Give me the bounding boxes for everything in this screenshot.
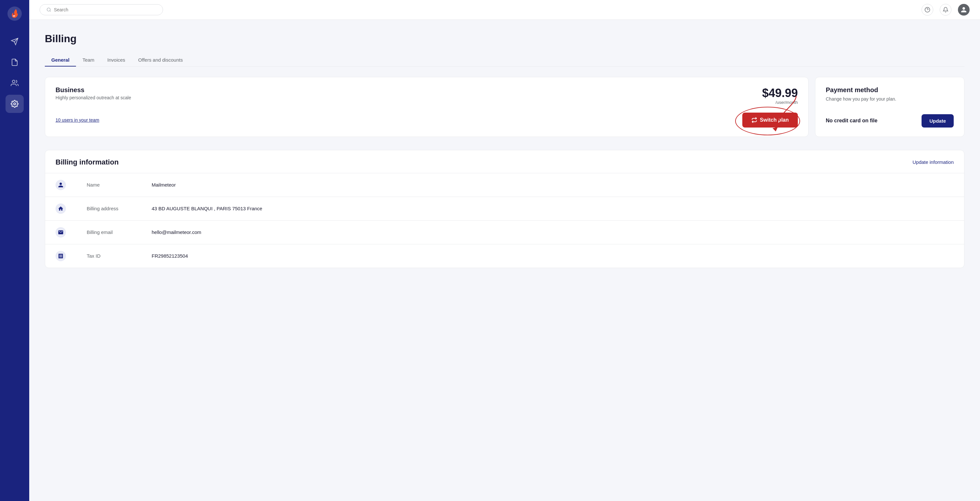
notifications-icon[interactable] — [940, 4, 951, 16]
tab-invoices[interactable]: Invoices — [101, 54, 132, 67]
plan-price: $49.99 /user/month — [762, 86, 798, 105]
billing-info-section: Billing information Update information — [45, 150, 964, 268]
plan-price-amount: $49.99 — [762, 86, 798, 100]
search-input[interactable] — [54, 7, 156, 12]
row-label-name: Name — [76, 173, 141, 197]
table-row: Name Mailmeteor — [45, 173, 964, 197]
table-row: Billing email hello@mailmeteor.com — [45, 220, 964, 244]
home-icon — [56, 203, 66, 214]
tab-team[interactable]: Team — [76, 54, 101, 67]
payment-title: Payment method — [826, 86, 954, 94]
table-row: Tax ID FR29852123504 — [45, 244, 964, 268]
table-row: Billing address 43 BD AUGUSTE BLANQUI , … — [45, 197, 964, 220]
tab-general[interactable]: General — [45, 54, 76, 67]
user-avatar[interactable] — [958, 4, 970, 16]
row-value-name: Mailmeteor — [141, 173, 964, 197]
search-icon — [46, 7, 51, 12]
switch-plan-label: Switch plan — [760, 117, 789, 123]
plan-card-bottom: 10 users in your team Switch plan — [56, 113, 798, 127]
plan-info: Business Highly personalized outreach at… — [56, 86, 131, 100]
search-bar[interactable] — [40, 4, 163, 15]
svg-line-8 — [50, 11, 51, 12]
plan-card: Business Highly personalized outreach at… — [45, 77, 808, 137]
svg-point-6 — [14, 103, 16, 105]
row-label-email: Billing email — [76, 220, 141, 244]
header-actions — [921, 4, 970, 16]
row-value-email: hello@mailmeteor.com — [141, 220, 964, 244]
tabs: General Team Invoices Offers and discoun… — [45, 54, 964, 67]
sidebar-nav — [0, 32, 29, 113]
payment-desc: Change how you pay for your plan. — [826, 97, 954, 101]
help-icon[interactable] — [921, 4, 933, 16]
no-card-text: No credit card on file — [826, 118, 877, 124]
cards-row: Business Highly personalized outreach at… — [45, 77, 964, 137]
row-label-tax: Tax ID — [76, 244, 141, 268]
svg-point-7 — [47, 8, 50, 11]
switch-plan-button[interactable]: Switch plan — [742, 113, 798, 127]
email-icon — [56, 227, 66, 238]
plan-name: Business — [56, 86, 131, 94]
receipt-icon — [56, 251, 66, 261]
svg-point-5 — [12, 80, 15, 83]
plan-card-top: Business Highly personalized outreach at… — [56, 86, 798, 105]
switch-plan-wrapper: Switch plan — [742, 113, 798, 127]
update-information-link[interactable]: Update information — [912, 159, 954, 165]
content-area: Billing General Team Invoices Offers and… — [29, 20, 980, 501]
payment-card-top: Payment method Change how you pay for yo… — [826, 86, 954, 101]
switch-icon — [751, 117, 757, 123]
sidebar-item-send[interactable] — [6, 32, 24, 51]
update-payment-button[interactable]: Update — [921, 114, 954, 127]
payment-card: Payment method Change how you pay for yo… — [815, 77, 964, 137]
sidebar: M — [0, 0, 29, 501]
tab-offers[interactable]: Offers and discounts — [132, 54, 189, 67]
billing-info-table: Name Mailmeteor Billing address — [45, 173, 964, 268]
app-logo: M — [6, 5, 23, 22]
payment-card-bottom: No credit card on file Update — [826, 114, 954, 127]
plan-desc: Highly personalized outreach at scale — [56, 95, 131, 100]
svg-marker-11 — [773, 127, 778, 132]
billing-info-header: Billing information Update information — [45, 150, 964, 173]
main-content: Billing General Team Invoices Offers and… — [29, 0, 980, 501]
svg-text:M: M — [13, 14, 15, 17]
row-value-tax: FR29852123504 — [141, 244, 964, 268]
sidebar-item-settings[interactable] — [6, 95, 24, 113]
page-title: Billing — [45, 33, 964, 45]
row-value-address: 43 BD AUGUSTE BLANQUI , PARIS 75013 Fran… — [141, 197, 964, 220]
sidebar-item-contacts[interactable] — [6, 74, 24, 92]
sidebar-item-documents[interactable] — [6, 53, 24, 71]
plan-price-period: /user/month — [762, 100, 798, 105]
person-icon — [56, 180, 66, 190]
billing-info-title: Billing information — [56, 158, 119, 166]
header — [29, 0, 980, 20]
row-label-address: Billing address — [76, 197, 141, 220]
plan-users-link[interactable]: 10 users in your team — [56, 117, 99, 123]
